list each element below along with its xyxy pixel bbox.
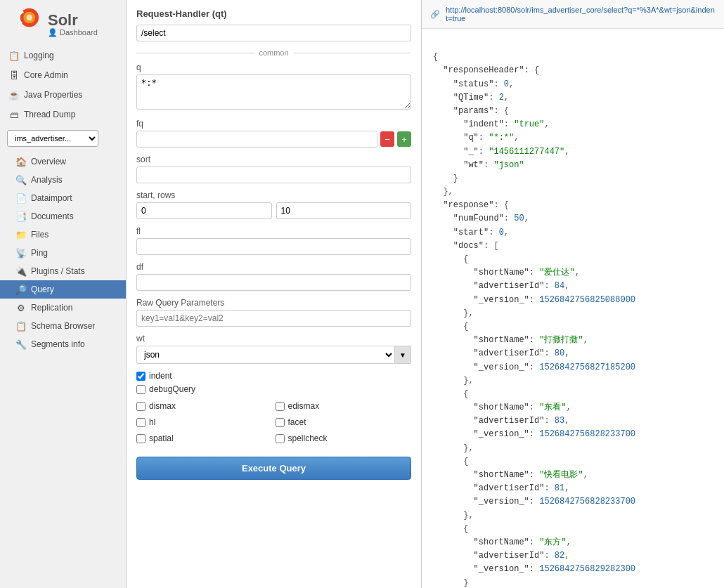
debug-query-checkbox[interactable] bbox=[136, 385, 146, 394]
plugins-label: Plugins / Stats bbox=[31, 266, 85, 276]
overview-icon: 🏠 bbox=[15, 156, 27, 167]
facet-row: facet bbox=[276, 417, 412, 427]
sidebar-item-dataimport[interactable]: 📄 Dataimport bbox=[0, 189, 126, 207]
sidebar-item-logging[interactable]: 📋 Logging bbox=[0, 46, 126, 65]
facet-label: facet bbox=[288, 417, 306, 427]
edismax-label: edismax bbox=[288, 401, 320, 411]
core-admin-label: Core Admin bbox=[24, 70, 68, 80]
replication-label: Replication bbox=[31, 303, 72, 313]
request-handler-group: Request-Handler (qt) bbox=[136, 8, 411, 41]
sidebar-item-analysis[interactable]: 🔍 Analysis bbox=[0, 171, 126, 189]
schema-browser-icon: 📋 bbox=[15, 320, 27, 332]
json-output: { "responseHeader": { "status": 0, "QTim… bbox=[422, 29, 724, 588]
fq-label: fq bbox=[136, 119, 411, 129]
dismax-row: dismax bbox=[136, 401, 273, 411]
fq-group: fq − + bbox=[136, 119, 411, 148]
files-icon: 📁 bbox=[15, 229, 27, 240]
start-input[interactable] bbox=[136, 202, 272, 219]
sidebar-item-query[interactable]: 🔎 Query bbox=[0, 280, 126, 299]
spellcheck-row: spellcheck bbox=[276, 433, 412, 443]
logo-title: Solr bbox=[48, 13, 98, 28]
sidebar-item-overview[interactable]: 🏠 Overview bbox=[0, 152, 126, 171]
documents-icon: 📑 bbox=[15, 211, 27, 222]
start-rows-label: start, rows bbox=[136, 190, 411, 200]
hl-label: hl bbox=[149, 417, 155, 427]
df-label: df bbox=[136, 262, 411, 272]
df-input[interactable] bbox=[136, 274, 411, 291]
request-handler-input[interactable] bbox=[136, 25, 411, 41]
documents-label: Documents bbox=[31, 211, 74, 221]
url-bar: 🔗 http://localhost:8080/solr/ims_adverti… bbox=[422, 0, 724, 29]
request-handler-label: Request-Handler (qt) bbox=[136, 8, 411, 19]
logo-area: Solr 👤 Dashboard bbox=[0, 0, 126, 46]
svg-point-2 bbox=[27, 15, 32, 20]
schema-browser-label: Schema Browser bbox=[31, 321, 95, 331]
query-panel: Request-Handler (qt) common q *:* fq − +… bbox=[127, 0, 422, 588]
core-admin-icon: 🗄 bbox=[8, 70, 20, 81]
sidebar-item-java-properties[interactable]: ☕ Java Properties bbox=[0, 85, 126, 105]
analysis-icon: 🔍 bbox=[15, 174, 27, 185]
fq-remove-button[interactable]: − bbox=[380, 131, 394, 147]
sort-input[interactable] bbox=[136, 166, 411, 183]
raw-params-label: Raw Query Parameters bbox=[136, 298, 411, 308]
common-divider: common bbox=[136, 48, 411, 57]
rows-input[interactable] bbox=[276, 202, 412, 219]
java-properties-icon: ☕ bbox=[8, 89, 20, 100]
sidebar-item-schema-browser[interactable]: 📋 Schema Browser bbox=[0, 317, 126, 335]
thread-dump-icon: 🗃 bbox=[8, 109, 20, 120]
indent-checkbox[interactable] bbox=[136, 372, 146, 381]
spatial-checkbox[interactable] bbox=[136, 434, 146, 443]
main-content: Request-Handler (qt) common q *:* fq − +… bbox=[127, 0, 724, 588]
java-properties-label: Java Properties bbox=[24, 90, 82, 100]
execute-query-button[interactable]: Execute Query bbox=[136, 457, 411, 480]
facet-checkbox[interactable] bbox=[276, 418, 285, 427]
spellcheck-checkbox[interactable] bbox=[276, 434, 285, 443]
df-group: df bbox=[136, 262, 411, 291]
fq-input[interactable] bbox=[136, 131, 377, 148]
sidebar-item-core-admin[interactable]: 🗄 Core Admin bbox=[0, 65, 126, 85]
result-url[interactable]: http://localhost:8080/solr/ims_advertise… bbox=[446, 6, 716, 22]
edismax-checkbox[interactable] bbox=[276, 402, 285, 411]
fl-input[interactable] bbox=[136, 238, 411, 255]
dashboard-label: 👤 Dashboard bbox=[48, 28, 98, 37]
spatial-label: spatial bbox=[149, 433, 174, 443]
sidebar-item-documents[interactable]: 📑 Documents bbox=[0, 207, 126, 226]
sidebar-item-segments-info[interactable]: 🔧 Segments info bbox=[0, 335, 126, 353]
q-input[interactable]: *:* bbox=[136, 74, 411, 110]
link-icon: 🔗 bbox=[430, 10, 440, 19]
indent-label: indent bbox=[149, 371, 172, 381]
fl-label: fl bbox=[136, 226, 411, 236]
segments-info-icon: 🔧 bbox=[15, 339, 27, 350]
sidebar-item-replication[interactable]: ⚙ Replication bbox=[0, 299, 126, 317]
dismax-label: dismax bbox=[149, 401, 176, 411]
hl-checkbox[interactable] bbox=[136, 418, 146, 427]
sidebar-item-thread-dump[interactable]: 🗃 Thread Dump bbox=[0, 105, 126, 124]
sidebar-item-plugins-stats[interactable]: 🔌 Plugins / Stats bbox=[0, 262, 126, 280]
fq-row: − + bbox=[136, 131, 411, 148]
debug-query-checkbox-row: debugQuery bbox=[136, 384, 411, 394]
dashboard-icon: 👤 bbox=[48, 28, 58, 37]
segments-info-label: Segments info bbox=[31, 339, 85, 349]
files-label: Files bbox=[31, 230, 49, 240]
results-panel: 🔗 http://localhost:8080/solr/ims_adverti… bbox=[422, 0, 724, 588]
sidebar: Solr 👤 Dashboard 📋 Logging 🗄 Core Admin … bbox=[0, 0, 127, 588]
dataimport-label: Dataimport bbox=[31, 193, 72, 203]
fq-add-button[interactable]: + bbox=[397, 131, 411, 147]
q-group: q *:* bbox=[136, 63, 411, 112]
logging-icon: 📋 bbox=[8, 50, 20, 61]
sidebar-item-files[interactable]: 📁 Files bbox=[0, 226, 126, 244]
wt-select[interactable]: json xml python ruby php csv bbox=[136, 346, 395, 364]
dismax-checkbox[interactable] bbox=[136, 402, 146, 411]
start-rows-group: start, rows bbox=[136, 190, 411, 219]
wt-label: wt bbox=[136, 334, 411, 344]
core-select-dropdown[interactable]: ims_advertiser... bbox=[7, 130, 98, 147]
sub-nav: 🏠 Overview 🔍 Analysis 📄 Dataimport 📑 Doc… bbox=[0, 152, 126, 353]
sidebar-item-ping[interactable]: 📡 Ping bbox=[0, 244, 126, 262]
replication-icon: ⚙ bbox=[15, 302, 27, 313]
wt-dropdown-arrow[interactable]: ▼ bbox=[395, 346, 411, 364]
spatial-row: spatial bbox=[136, 433, 273, 443]
query-icon: 🔎 bbox=[15, 284, 27, 295]
raw-params-input[interactable] bbox=[136, 310, 411, 327]
ping-icon: 📡 bbox=[15, 247, 27, 259]
spellcheck-label: spellcheck bbox=[288, 433, 328, 443]
